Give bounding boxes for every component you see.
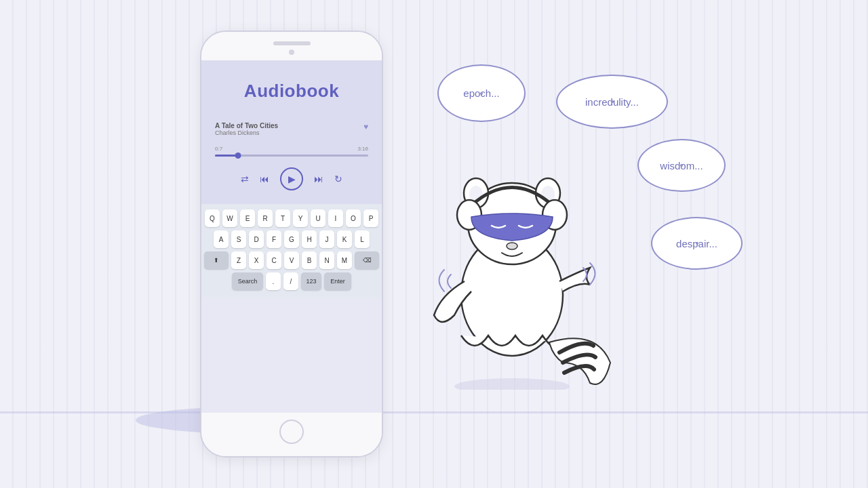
- key-n[interactable]: N: [319, 251, 334, 269]
- shift-key[interactable]: ⬆: [204, 251, 229, 269]
- key-v[interactable]: V: [284, 251, 299, 269]
- key-j[interactable]: J: [319, 230, 334, 248]
- search-key[interactable]: Search: [232, 272, 263, 290]
- playback-controls: ⇄ ⏮ ▶ ⏭ ↻: [215, 167, 368, 190]
- enter-key[interactable]: Enter: [324, 272, 351, 290]
- next-button[interactable]: ⏭: [314, 174, 323, 184]
- key-p[interactable]: P: [363, 209, 378, 227]
- track-info: ♥ A Tale of Two Cities Charles Dickens: [215, 122, 368, 136]
- key-c[interactable]: C: [267, 251, 281, 269]
- key-e[interactable]: E: [240, 209, 255, 227]
- phone-bottom: [201, 413, 382, 456]
- bubble-despair: despair...: [651, 217, 743, 270]
- phone: Audiobook ♥ A Tale of Two Cities Charles…: [200, 30, 383, 458]
- play-button[interactable]: ▶: [280, 167, 303, 190]
- key-g[interactable]: G: [284, 230, 299, 248]
- key-a[interactable]: A: [214, 230, 229, 248]
- dot-key[interactable]: .: [266, 272, 281, 290]
- home-button[interactable]: [279, 420, 304, 444]
- key-m[interactable]: M: [337, 251, 352, 269]
- prev-button[interactable]: ⏮: [260, 174, 269, 184]
- key-r[interactable]: R: [258, 209, 273, 227]
- phone-screen: Audiobook ♥ A Tale of Two Cities Charles…: [201, 60, 382, 413]
- svg-point-8: [507, 243, 517, 249]
- shuffle-button[interactable]: ⇄: [241, 174, 249, 184]
- keyboard-row-3: ⬆ Z X C V B N M ⌫: [204, 251, 379, 269]
- phone-speaker: [273, 41, 311, 45]
- time-current: 0:7: [215, 146, 222, 152]
- backspace-key[interactable]: ⌫: [355, 251, 379, 269]
- key-f[interactable]: F: [267, 230, 281, 248]
- keyboard: Q W E R T Y U I O P A S D F G H J K L: [201, 204, 382, 298]
- key-u[interactable]: U: [311, 209, 326, 227]
- key-q[interactable]: Q: [205, 209, 220, 227]
- slash-key[interactable]: /: [283, 272, 298, 290]
- track-author: Charles Dickens: [215, 129, 368, 136]
- keyboard-row-4: Search . / 123 Enter: [204, 272, 379, 290]
- key-z[interactable]: Z: [231, 251, 246, 269]
- keyboard-row-1: Q W E R T Y U I O P: [204, 209, 379, 227]
- bubble-wisdom: wisdom...: [637, 139, 726, 192]
- key-d[interactable]: D: [249, 230, 264, 248]
- key-x[interactable]: X: [249, 251, 264, 269]
- keyboard-row-2: A S D F G H J K L: [204, 230, 379, 248]
- key-l[interactable]: L: [355, 230, 370, 248]
- raccoon-character: [407, 105, 624, 390]
- key-i[interactable]: I: [328, 209, 343, 227]
- key-w[interactable]: W: [222, 209, 237, 227]
- bubble-despair-text: despair...: [676, 238, 717, 249]
- floor-line: [0, 411, 868, 413]
- bubble-epoch-text: epoch...: [463, 87, 499, 99]
- bubble-wisdom-text: wisdom...: [660, 160, 703, 171]
- num-key[interactable]: 123: [301, 272, 321, 290]
- key-s[interactable]: S: [231, 230, 246, 248]
- audiobook-title: Audiobook: [244, 81, 339, 102]
- progress-bar[interactable]: [215, 155, 368, 157]
- svg-point-9: [454, 378, 570, 390]
- key-t[interactable]: T: [275, 209, 290, 227]
- progress-times: 0:7 3:16: [215, 146, 368, 152]
- key-o[interactable]: O: [346, 209, 361, 227]
- phone-top: [201, 32, 382, 60]
- key-b[interactable]: B: [302, 251, 317, 269]
- key-k[interactable]: K: [337, 230, 352, 248]
- progress-bar-container[interactable]: 0:7 3:16: [215, 146, 368, 157]
- phone-camera: [289, 49, 294, 55]
- repeat-button[interactable]: ↻: [334, 174, 342, 184]
- track-title: A Tale of Two Cities: [215, 122, 368, 129]
- time-total: 3:16: [357, 146, 368, 152]
- key-h[interactable]: H: [302, 230, 317, 248]
- heart-icon[interactable]: ♥: [363, 122, 368, 131]
- key-y[interactable]: Y: [293, 209, 308, 227]
- progress-dot: [235, 152, 241, 159]
- audiobook-player: Audiobook ♥ A Tale of Two Cities Charles…: [201, 60, 382, 204]
